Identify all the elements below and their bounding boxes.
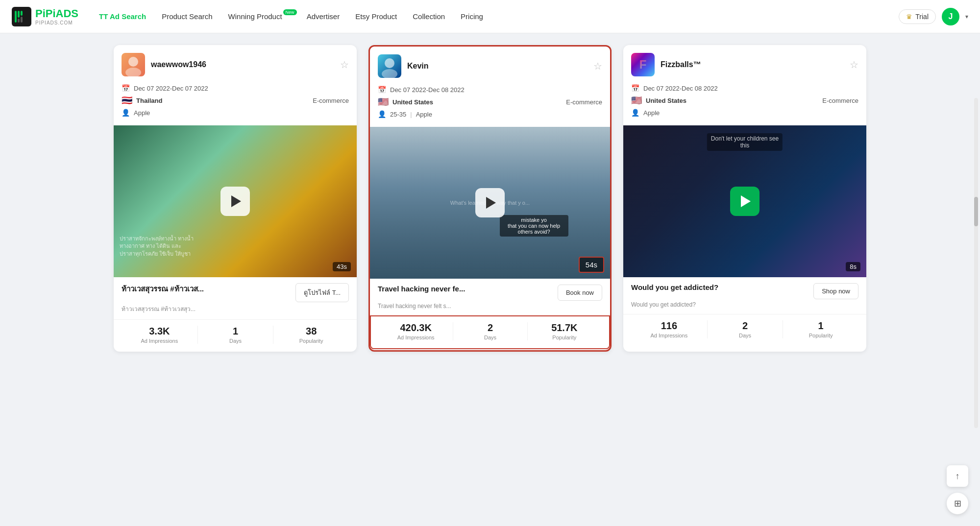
date-row-1: 📅 Dec 07 2022-Dec 07 2022: [122, 84, 349, 92]
nav-item-pricing[interactable]: Pricing: [454, 8, 490, 24]
play-button-1[interactable]: [220, 187, 250, 216]
calendar-icon-3: 📅: [631, 84, 639, 92]
card-fizzballs: F Fizzballs™ ☆ 📅 Dec 07 2022-Dec 08 2022…: [623, 45, 866, 352]
platform-row-1: 👤 Apple: [122, 109, 349, 117]
impressions-value-3: 116: [631, 320, 707, 332]
video-thumbnail-1[interactable]: ปราสาทจักกะพงษ์ทางน้ำ ทางน้ำทางอากาศ ทาง…: [114, 125, 357, 277]
flag-icon-3: 🇺🇸: [631, 95, 642, 106]
stat-popularity-2: 51.7K Popularity: [527, 322, 601, 340]
card-header-1: waewwow1946 ☆: [114, 45, 357, 84]
action-button-1[interactable]: ดูโปรไฟล์ T...: [295, 283, 349, 302]
video-overlay-text-1: ปราสาทจักกะพงษ์ทางน้ำ ทางน้ำทางอากาศ ทาง…: [120, 235, 351, 258]
card-title-2: Travel hacking never fe...: [378, 285, 554, 293]
impressions-label-1: Ad Impressions: [122, 338, 197, 344]
nav-item-winning-product[interactable]: Winning Product New: [221, 8, 298, 24]
card-waewwow1946: waewwow1946 ☆ 📅 Dec 07 2022-Dec 07 2022 …: [114, 45, 357, 352]
avatar[interactable]: J: [942, 8, 959, 25]
stat-days-2: 2 Days: [453, 322, 527, 340]
stat-popularity-3: 1 Popularity: [783, 320, 858, 338]
action-button-3[interactable]: Shop now: [813, 283, 858, 299]
card-user-1: waewwow1946: [122, 53, 206, 76]
popularity-value-1: 38: [273, 326, 349, 337]
flag-icon-2: 🇺🇸: [378, 96, 389, 107]
logo-icon: [12, 7, 31, 26]
popularity-value-2: 51.7K: [528, 322, 601, 334]
nav-links: TT Ad Search Product Search Winning Prod…: [92, 8, 895, 24]
nav-item-tt-ad-search[interactable]: TT Ad Search: [92, 8, 153, 24]
popularity-label-3: Popularity: [783, 333, 858, 338]
days-value-3: 2: [708, 320, 783, 332]
stat-impressions-2: 420.3K Ad Impressions: [379, 322, 453, 340]
nav-item-collection[interactable]: Collection: [406, 8, 452, 24]
country-row-1: 🇹🇭 Thailand E-commerce: [122, 95, 349, 106]
trial-button[interactable]: ♛ Trial: [899, 9, 936, 24]
favorite-icon-1[interactable]: ☆: [340, 59, 349, 71]
card-username-3: Fizzballs™: [661, 60, 701, 69]
video-thumbnail-3[interactable]: Don't let your children seethis 8s: [623, 125, 866, 277]
card-subtitle-3: Would you get addicted?: [623, 301, 866, 314]
days-label-2: Days: [453, 335, 527, 340]
svg-rect-4: [18, 19, 20, 23]
card-title-3: Would you get addicted?: [631, 283, 809, 291]
video-duration-3: 8s: [846, 262, 860, 271]
popularity-value-3: 1: [783, 320, 858, 332]
card-subtitle-1: ท้าวเวสสุวรรณ #ท้าวเวสสุว...: [114, 304, 357, 319]
favorite-icon-2[interactable]: ☆: [593, 60, 602, 72]
brand-name: PiPiADS: [35, 7, 78, 20]
card-meta-2: 📅 Dec 07 2022-Dec 08 2022 🇺🇸 United Stat…: [370, 86, 610, 127]
play-button-3[interactable]: [730, 187, 760, 216]
video-duration-1: 43s: [333, 262, 351, 271]
crown-icon: ♛: [906, 13, 912, 21]
person-icon-2: 👤: [378, 110, 386, 118]
flag-icon-1: 🇹🇭: [122, 95, 132, 106]
card-subtitle-2: Travel hacking never felt s...: [370, 303, 610, 315]
svg-rect-1: [15, 11, 17, 23]
nav-right: ♛ Trial J ▾: [899, 8, 968, 25]
video-container-3: Don't let your children seethis 8s: [623, 125, 866, 277]
video-thumbnail-2[interactable]: What's learned the way that y o... mista…: [370, 127, 610, 279]
user-avatar-2: [378, 54, 401, 78]
person-icon-3: 👤: [631, 109, 639, 117]
stat-popularity-1: 38 Popularity: [273, 326, 349, 344]
nav-item-etsy-product[interactable]: Etsy Product: [348, 8, 404, 24]
age-platform-row-2: 👤 25-35 | Apple: [378, 110, 602, 118]
card-header-3: F Fizzballs™ ☆: [623, 45, 866, 84]
svg-point-7: [125, 68, 141, 76]
logo[interactable]: PiPiADS PIPIADS.COM: [12, 7, 78, 26]
chevron-down-icon[interactable]: ▾: [965, 13, 968, 20]
card-title-1: ท้าวเวสสุวรรณ #ท้าวเวส...: [122, 283, 292, 295]
date-row-2: 📅 Dec 07 2022-Dec 08 2022: [378, 86, 602, 94]
user-avatar-3: F: [631, 53, 655, 76]
action-button-2[interactable]: Book now: [558, 285, 602, 301]
stat-impressions-1: 3.3K Ad Impressions: [122, 326, 197, 344]
play-triangle-icon-3: [741, 195, 751, 207]
card-kevin: Kevin ☆ 📅 Dec 07 2022-Dec 08 2022 🇺🇸 Uni…: [368, 45, 612, 352]
stat-days-1: 1 Days: [197, 326, 273, 344]
calendar-icon-2: 📅: [378, 86, 386, 94]
video-container-1: ปราสาทจักกะพงษ์ทางน้ำ ทางน้ำทางอากาศ ทาง…: [114, 125, 357, 277]
card-user-3: F Fizzballs™: [631, 53, 701, 76]
nav-item-advertiser[interactable]: Advertiser: [300, 8, 347, 24]
play-triangle-icon-2: [486, 197, 496, 209]
main-content: waewwow1946 ☆ 📅 Dec 07 2022-Dec 07 2022 …: [98, 33, 882, 363]
nav-item-product-search[interactable]: Product Search: [155, 8, 219, 24]
scrollbar-thumb[interactable]: [974, 197, 978, 226]
card-stats-2: 420.3K Ad Impressions 2 Days 51.7K Popul…: [370, 315, 610, 349]
card-header-2: Kevin ☆: [370, 47, 610, 86]
card-title-area-3: Would you get addicted? Shop now: [623, 277, 866, 301]
card-user-2: Kevin: [378, 54, 429, 78]
play-button-2[interactable]: [475, 188, 505, 217]
card-title-area-2: Travel hacking never fe... Book now: [370, 279, 610, 303]
card-meta-3: 📅 Dec 07 2022-Dec 08 2022 🇺🇸 United Stat…: [623, 84, 866, 125]
impressions-value-1: 3.3K: [122, 326, 197, 337]
card-title-area-1: ท้าวเวสสุวรรณ #ท้าวเวส... ดูโปรไฟล์ T...: [114, 277, 357, 304]
svg-point-8: [385, 58, 394, 68]
impressions-value-2: 420.3K: [379, 322, 453, 334]
days-value-2: 2: [453, 322, 527, 334]
cards-grid: waewwow1946 ☆ 📅 Dec 07 2022-Dec 07 2022 …: [114, 45, 866, 352]
card-stats-1: 3.3K Ad Impressions 1 Days 38 Popularity: [114, 319, 357, 352]
days-label-3: Days: [708, 333, 783, 338]
stat-impressions-3: 116 Ad Impressions: [631, 320, 707, 338]
favorite-icon-3[interactable]: ☆: [850, 59, 858, 71]
country-row-3: 🇺🇸 United States E-commerce: [631, 95, 858, 106]
